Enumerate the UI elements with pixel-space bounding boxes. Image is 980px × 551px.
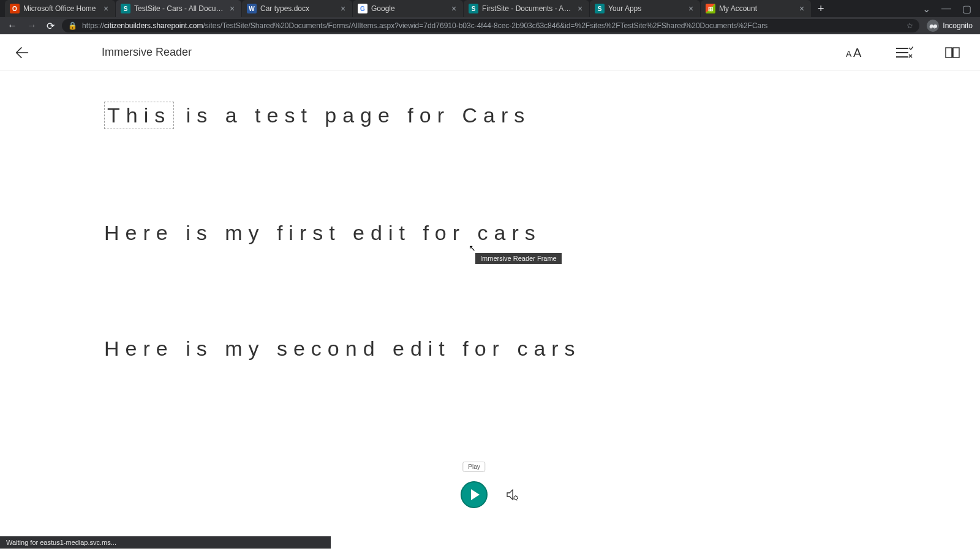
- address-row: ← → ⟳ 🔒 https://citizenbuilders.sharepoi…: [0, 17, 980, 34]
- reader-header: Immersive Reader AA: [0, 34, 980, 71]
- line-rest: is a test page for Cars: [174, 103, 530, 127]
- play-tooltip: Play: [462, 462, 485, 472]
- browser-chrome: O Microsoft Office Home × S TestSite - C…: [0, 0, 980, 34]
- content-line-2: Here is my first edit for cars: [104, 221, 980, 245]
- favicon-office: O: [10, 4, 20, 13]
- bookmark-star-icon[interactable]: ☆: [907, 21, 913, 30]
- incognito-icon: [927, 20, 939, 32]
- tab-title: FirstSite - Documents - All Docu: [482, 4, 572, 13]
- svg-text:A: A: [853, 46, 862, 59]
- window-controls: ⌄ — ▢: [922, 3, 980, 15]
- close-icon[interactable]: ×: [228, 4, 236, 13]
- reader-content: This is a test page for Cars Here is my …: [0, 71, 980, 361]
- close-icon[interactable]: ×: [687, 4, 695, 13]
- incognito-label: Incognito: [943, 21, 973, 30]
- url-text: https://citizenbuilders.sharepoint.com/s…: [82, 21, 767, 30]
- tab-car-types-docx[interactable]: W Car types.docx ×: [242, 0, 352, 17]
- favicon-word: W: [247, 4, 257, 13]
- forward-button[interactable]: →: [24, 20, 39, 31]
- lock-icon: 🔒: [68, 21, 77, 30]
- tab-title: TestSite - Cars - All Documents: [134, 4, 224, 13]
- content-line-1: This is a test page for Cars: [104, 102, 980, 129]
- back-button[interactable]: ←: [5, 20, 20, 31]
- close-icon[interactable]: ×: [102, 4, 110, 13]
- play-controls: Play: [461, 481, 519, 508]
- tab-title: My Account: [719, 4, 794, 13]
- tab-title: Your Apps: [608, 4, 683, 13]
- tab-testsite-cars[interactable]: S TestSite - Cars - All Documents ×: [116, 0, 241, 17]
- cursor-icon: ↖: [469, 243, 476, 253]
- new-tab-button[interactable]: +: [812, 2, 831, 15]
- grammar-options-button[interactable]: [892, 40, 916, 65]
- address-bar[interactable]: 🔒 https://citizenbuilders.sharepoint.com…: [62, 19, 919, 32]
- reading-preferences-button[interactable]: [941, 40, 965, 65]
- tab-google[interactable]: G Google ×: [353, 0, 463, 17]
- favicon-sharepoint: S: [469, 4, 478, 13]
- tab-your-apps[interactable]: S Your Apps ×: [590, 0, 700, 17]
- reader-title: Immersive Reader: [102, 46, 192, 59]
- svg-text:A: A: [846, 49, 852, 59]
- text-preferences-button[interactable]: AA: [843, 40, 867, 65]
- tooltip: Immersive Reader Frame: [475, 253, 562, 264]
- maximize-icon[interactable]: ▢: [962, 3, 971, 15]
- favicon-microsoft: ⊞: [706, 4, 715, 13]
- tab-office-home[interactable]: O Microsoft Office Home ×: [5, 0, 115, 17]
- tab-strip: O Microsoft Office Home × S TestSite - C…: [0, 0, 980, 17]
- chevron-down-icon[interactable]: ⌄: [922, 3, 930, 15]
- tab-title: Microsoft Office Home: [23, 4, 98, 13]
- tab-title: Google: [371, 4, 446, 13]
- favicon-sharepoint: S: [121, 4, 130, 13]
- reader-back-button[interactable]: [10, 40, 34, 65]
- voice-settings-button[interactable]: [505, 487, 519, 502]
- content-line-3: Here is my second edit for cars: [104, 337, 980, 361]
- favicon-google: G: [358, 4, 368, 13]
- tab-my-account[interactable]: ⊞ My Account ×: [701, 0, 811, 17]
- close-icon[interactable]: ×: [576, 4, 584, 13]
- close-icon[interactable]: ×: [339, 4, 347, 13]
- play-icon: [471, 489, 480, 500]
- incognito-badge[interactable]: Incognito: [924, 20, 975, 32]
- minimize-icon[interactable]: —: [941, 3, 951, 14]
- tab-title: Car types.docx: [260, 4, 335, 13]
- play-button[interactable]: Play: [461, 481, 488, 508]
- favicon-sharepoint: S: [595, 4, 605, 13]
- close-icon[interactable]: ×: [797, 4, 806, 13]
- tab-firstsite-documents[interactable]: S FirstSite - Documents - All Docu ×: [464, 0, 589, 17]
- highlighted-word: This: [104, 102, 174, 129]
- status-bar: Waiting for eastus1-mediap.svc.ms...: [0, 536, 331, 549]
- reload-button[interactable]: ⟳: [44, 20, 57, 32]
- close-icon[interactable]: ×: [450, 4, 458, 13]
- svg-point-7: [514, 496, 518, 500]
- reader-controls: AA: [843, 40, 970, 65]
